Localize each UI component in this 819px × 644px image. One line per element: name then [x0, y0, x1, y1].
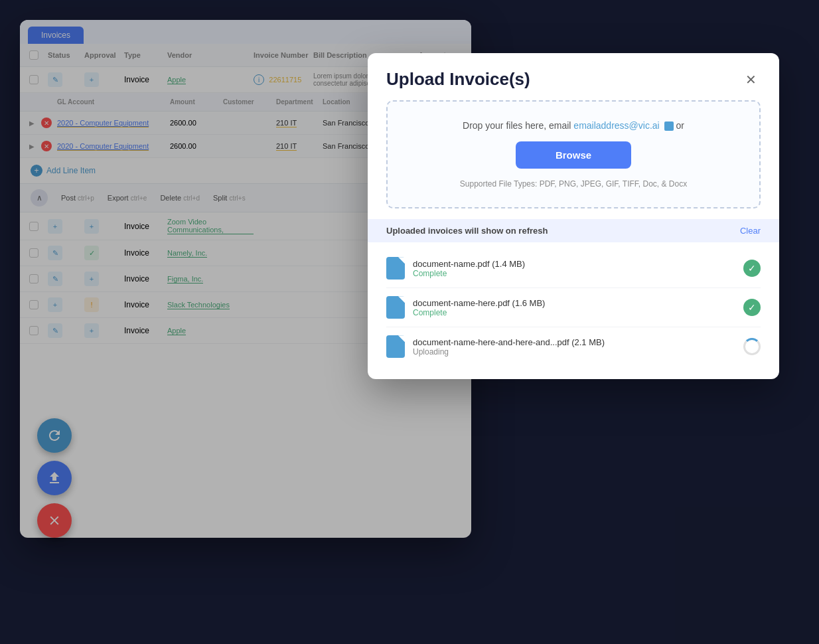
upload-info-text: Uploaded invoices will show on refresh: [386, 226, 548, 236]
clear-button[interactable]: Clear: [740, 226, 761, 236]
browse-button[interactable]: Browse: [516, 141, 631, 169]
file-list: document-name.pdf (1.4 MB) Complete ✓ do…: [368, 242, 779, 379]
file-name: document-name.pdf (1.4 MB): [413, 259, 735, 269]
file-info: document-name-here-and-here-and...pdf (2…: [413, 337, 735, 357]
drop-instruction: Drop your files here, email: [463, 120, 571, 131]
email-link[interactable]: emailaddress@vic.ai: [573, 120, 659, 131]
file-icon: [386, 257, 405, 280]
file-item: document-name-here-and-here-and...pdf (2…: [386, 327, 761, 366]
modal-header: Upload Invoice(s) ✕: [368, 53, 779, 100]
status-spinner-icon: [743, 338, 761, 355]
file-info: document-name.pdf (1.4 MB) Complete: [413, 259, 735, 278]
file-name: document-name-here-and-here-and...pdf (2…: [413, 337, 735, 347]
file-item: document-name-here.pdf (1.6 MB) Complete…: [386, 288, 761, 327]
modal-title: Upload Invoice(s): [386, 69, 530, 90]
drop-zone[interactable]: Drop your files here, email emailaddress…: [386, 100, 761, 208]
file-item: document-name.pdf (1.4 MB) Complete ✓: [386, 249, 761, 288]
drop-or: or: [676, 120, 684, 131]
file-status-complete: Complete: [413, 269, 735, 278]
status-check-icon: ✓: [743, 260, 761, 277]
file-icon: [386, 296, 405, 319]
modal-close-button[interactable]: ✕: [741, 70, 761, 90]
upload-modal: Upload Invoice(s) ✕ Drop your files here…: [368, 53, 779, 379]
file-info: document-name-here.pdf (1.6 MB) Complete: [413, 298, 735, 317]
file-status-complete: Complete: [413, 308, 735, 317]
status-check-icon: ✓: [743, 299, 761, 316]
upload-info-bar: Uploaded invoices will show on refresh C…: [368, 219, 779, 242]
modal-overlay: Upload Invoice(s) ✕ Drop your files here…: [0, 0, 819, 644]
copy-icon[interactable]: [664, 121, 674, 131]
file-types-text: Supported File Types: PDF, PNG, JPEG, GI…: [401, 179, 746, 189]
drop-text: Drop your files here, email emailaddress…: [401, 120, 746, 131]
file-status-uploading: Uploading: [413, 347, 735, 357]
file-name: document-name-here.pdf (1.6 MB): [413, 298, 735, 308]
file-icon: [386, 335, 405, 358]
